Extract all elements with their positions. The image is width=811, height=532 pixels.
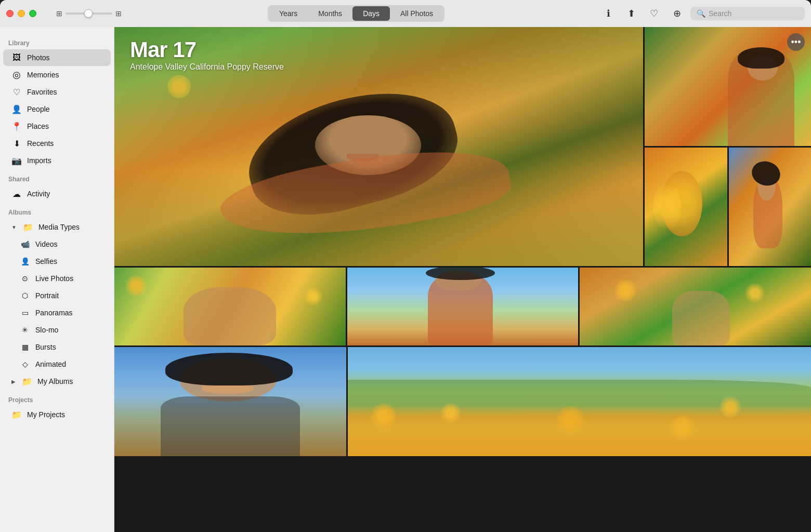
sidebar-item-photos[interactable]: 🖼 Photos — [3, 49, 111, 66]
tab-days[interactable]: Days — [352, 6, 390, 21]
my-projects-icon: 📁 — [11, 409, 22, 420]
sidebar-label-favorites: Favorites — [27, 88, 57, 96]
sidebar-item-live-photos[interactable]: ⊙ Live Photos — [3, 270, 111, 287]
photo-row-3 — [114, 347, 811, 456]
photo-row2-3[interactable] — [580, 268, 811, 345]
sidebar: Library 🖼 Photos ◎ Memories ♡ Favorites … — [0, 27, 114, 532]
sidebar-label-photos: Photos — [27, 54, 50, 62]
sidebar-item-selfies[interactable]: 👤 Selfies — [3, 253, 111, 270]
my-albums-triangle-icon: ▶ — [11, 379, 16, 384]
photo-area[interactable]: Mar 17 Antelope Valley California Poppy … — [114, 27, 811, 532]
sidebar-label-people: People — [27, 105, 50, 113]
sidebar-label-places: Places — [27, 122, 49, 130]
sidebar-item-imports[interactable]: 📷 Imports — [3, 152, 111, 169]
grid-small-icon: ⊞ — [56, 9, 62, 18]
sidebar-label-activity: Activity — [27, 190, 50, 198]
slideshow-button[interactable]: ⊕ — [668, 4, 686, 23]
sidebar-item-videos[interactable]: 📹 Videos — [3, 236, 111, 252]
maximize-button[interactable] — [29, 10, 36, 17]
sidebar-item-panoramas[interactable]: ▭ Panoramas — [3, 304, 111, 321]
info-button[interactable]: ℹ — [599, 4, 618, 23]
search-placeholder: Search — [709, 9, 731, 18]
photo-row2-2[interactable] — [347, 268, 579, 345]
slider-thumb[interactable] — [84, 9, 93, 18]
sidebar-label-imports: Imports — [27, 156, 51, 165]
traffic-lights — [6, 10, 36, 17]
live-photos-icon: ⊙ — [20, 273, 30, 284]
sidebar-item-memories[interactable]: ◎ Memories — [3, 66, 111, 83]
favorite-button[interactable]: ♡ — [645, 4, 663, 23]
photo-row-2 — [114, 268, 811, 345]
tab-months[interactable]: Months — [308, 6, 352, 21]
bursts-icon: ▦ — [20, 342, 30, 352]
sidebar-label-slo-mo: Slo-mo — [35, 326, 58, 334]
sidebar-label-recents: Recents — [27, 139, 54, 148]
library-section-label: Library — [0, 33, 114, 49]
photo-main[interactable] — [114, 27, 643, 266]
my-albums-icon: 📁 — [22, 376, 32, 387]
search-bar[interactable]: 🔍 Search — [690, 7, 805, 20]
projects-section-label: Projects — [0, 390, 114, 406]
photos-icon: 🖼 — [11, 52, 22, 63]
sidebar-label-selfies: Selfies — [35, 257, 57, 265]
photo-bottom-right-2[interactable] — [729, 148, 812, 267]
sidebar-label-my-projects: My Projects — [27, 410, 65, 419]
sidebar-label-animated: Animated — [35, 360, 66, 368]
selfies-icon: 👤 — [20, 256, 30, 267]
sidebar-item-favorites[interactable]: ♡ Favorites — [3, 84, 111, 100]
tab-all-photos[interactable]: All Photos — [390, 6, 443, 21]
share-button[interactable]: ⬆ — [622, 4, 640, 23]
tab-years[interactable]: Years — [269, 6, 308, 21]
photo-main-bg — [114, 27, 643, 266]
photo-row2-1[interactable] — [114, 268, 346, 345]
photo-bottom-right — [645, 148, 811, 267]
search-icon: 🔍 — [697, 9, 705, 18]
sidebar-item-places[interactable]: 📍 Places — [3, 118, 111, 135]
titlebar-center: Years Months Days All Photos — [126, 5, 586, 22]
sidebar-label-portrait: Portrait — [35, 291, 59, 300]
minimize-button[interactable] — [18, 10, 25, 17]
sidebar-label-videos: Videos — [35, 240, 58, 248]
main-content: Library 🖼 Photos ◎ Memories ♡ Favorites … — [0, 27, 811, 532]
slo-mo-icon: ✳ — [20, 325, 30, 335]
zoom-slider-container: ⊞ ⊞ — [56, 9, 122, 18]
sidebar-label-memories: Memories — [27, 71, 59, 79]
media-types-icon: 📁 — [23, 222, 33, 232]
heart-icon: ♡ — [11, 87, 22, 97]
sidebar-item-activity[interactable]: ☁ Activity — [3, 185, 111, 202]
shared-section-label: Shared — [0, 169, 114, 185]
sidebar-item-people[interactable]: 👤 People — [3, 101, 111, 117]
photo-grid: Mar 17 Antelope Valley California Poppy … — [114, 27, 811, 456]
more-options-button[interactable]: ••• — [787, 33, 805, 51]
photo-bottom-right-1[interactable] — [645, 148, 727, 267]
albums-section-label: Albums — [0, 203, 114, 218]
photo-row3-1[interactable] — [114, 347, 346, 456]
sidebar-item-media-types[interactable]: ▼ 📁 Media Types — [3, 219, 111, 235]
sidebar-item-animated[interactable]: ◇ Animated — [3, 356, 111, 373]
photo-right-column: ••• — [645, 27, 811, 266]
activity-icon: ☁ — [11, 189, 22, 199]
places-icon: 📍 — [11, 121, 22, 131]
recents-icon: ⬇ — [11, 138, 22, 149]
zoom-slider[interactable] — [66, 12, 112, 15]
sidebar-label-panoramas: Panoramas — [35, 309, 73, 317]
sidebar-item-slo-mo[interactable]: ✳ Slo-mo — [3, 322, 111, 338]
sidebar-label-live-photos: Live Photos — [35, 274, 73, 283]
sidebar-label-media-types: Media Types — [38, 223, 80, 231]
portrait-icon: ⬡ — [20, 290, 30, 301]
imports-icon: 📷 — [11, 155, 22, 166]
grid-large-icon: ⊞ — [115, 9, 122, 18]
close-button[interactable] — [6, 10, 14, 17]
sidebar-item-my-albums[interactable]: ▶ 📁 My Albums — [3, 373, 111, 390]
titlebar: ⊞ ⊞ Years Months Days All Photos ℹ ⬆ ♡ ⊕… — [0, 0, 811, 27]
panoramas-icon: ▭ — [20, 308, 30, 318]
sidebar-item-portrait[interactable]: ⬡ Portrait — [3, 287, 111, 304]
sidebar-item-bursts[interactable]: ▦ Bursts — [3, 339, 111, 355]
sidebar-item-recents[interactable]: ⬇ Recents — [3, 135, 111, 152]
photo-row3-2[interactable] — [348, 347, 811, 456]
sidebar-label-my-albums: My Albums — [37, 377, 73, 385]
photo-row-1: ••• — [114, 27, 811, 266]
photo-top-right[interactable]: ••• — [645, 27, 811, 146]
sidebar-item-my-projects[interactable]: 📁 My Projects — [3, 406, 111, 423]
sidebar-label-bursts: Bursts — [35, 343, 56, 351]
